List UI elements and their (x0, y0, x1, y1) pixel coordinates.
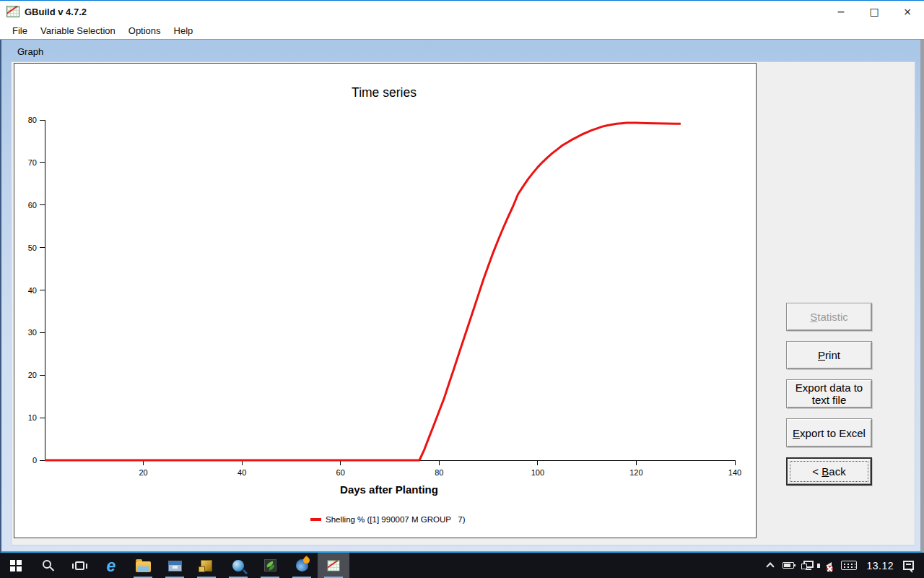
y-tick-label: 40 (28, 286, 37, 295)
menu-help[interactable]: Help (167, 23, 200, 39)
y-tick-label: 0 (32, 456, 37, 465)
keyboard-icon (841, 561, 857, 570)
export-text-button-label: Export data to text file (787, 381, 871, 406)
start-button[interactable] (0, 553, 32, 578)
back-button[interactable]: < Back (786, 457, 872, 486)
title-bar: GBuild v 4.7.2 −□× (0, 1, 924, 22)
x-tick-label: 140 (728, 468, 741, 477)
menu-bar: FileVariable SelectionOptionsHelp (0, 22, 924, 40)
chart-panel: Time series01020304050607080204060801001… (14, 63, 757, 538)
menu-file[interactable]: File (6, 23, 34, 39)
y-tick-label: 50 (28, 243, 37, 252)
x-tick-label: 40 (237, 468, 246, 477)
speaker-muted-icon (826, 562, 832, 569)
taskbar-app-goldbox[interactable] (191, 553, 222, 578)
taskbar-file-explorer[interactable] (127, 553, 159, 578)
x-tick-label: 20 (139, 468, 147, 477)
y-tick-label: 10 (28, 413, 37, 422)
close-button[interactable]: × (891, 1, 924, 22)
action-buttons: StatisticPrintExport data to text fileEx… (786, 303, 872, 496)
y-tick-label: 30 (28, 328, 37, 337)
tab-page: Time series01020304050607080204060801001… (11, 61, 915, 545)
maximize-button[interactable]: □ (858, 1, 891, 22)
tray-battery[interactable] (783, 562, 794, 569)
taskbar-app-briefcase[interactable] (159, 553, 191, 578)
network-icon (803, 561, 814, 568)
window-controls: −□× (824, 1, 924, 22)
print-button-label: Print (818, 349, 840, 361)
export-excel-button-label: Export to Excel (793, 427, 866, 439)
y-tick-label: 60 (28, 201, 37, 210)
taskbar: e13.12 (0, 553, 924, 578)
statistic-button-label: Statistic (810, 311, 848, 323)
globe-flame-icon (296, 559, 308, 571)
legend-label: Shelling % ([1] 990007 M GROUP 7) (326, 515, 466, 524)
x-tick-label: 120 (629, 468, 642, 477)
statistic-button[interactable]: Statistic (786, 303, 872, 331)
window-title: GBuild v 4.7.2 (25, 7, 87, 17)
x-axis-title: Days after Planting (340, 483, 438, 496)
taskbar-app-search-globe[interactable] (222, 553, 254, 578)
x-tick-label: 100 (531, 468, 544, 477)
export-text-button[interactable]: Export data to text file (786, 379, 872, 408)
tray-volume-muted[interactable] (823, 562, 832, 569)
chevron-up-icon (767, 562, 775, 570)
tray-expand[interactable] (767, 561, 773, 569)
y-tick-label: 20 (28, 371, 37, 379)
gbuild-window: GBuild v 4.7.2 −□× FileVariable Selectio… (0, 0, 924, 553)
tab-graph[interactable]: Graph (17, 46, 43, 57)
export-excel-button[interactable]: Export to Excel (786, 418, 872, 447)
gbuild-chart-icon (327, 560, 340, 571)
x-tick-label: 80 (435, 468, 443, 477)
tray-keyboard[interactable] (841, 561, 857, 570)
system-tray: 13.12 (767, 553, 924, 578)
minimize-button[interactable]: − (824, 1, 858, 22)
form-background: Graph Time series01020304050607080204060… (0, 40, 924, 553)
time-series-chart: Time series01020304050607080204060801001… (14, 64, 756, 538)
taskbar-app-leaf[interactable] (254, 553, 286, 578)
search-icon (43, 560, 51, 569)
magnifier-globe-icon (232, 560, 244, 571)
goldbox-icon (201, 560, 212, 571)
taskbar-internet-explorer[interactable]: e (95, 553, 127, 578)
taskbar-clock[interactable]: 13.12 (866, 560, 894, 571)
back-button-label: < Back (812, 465, 845, 478)
briefcase-icon (168, 561, 182, 571)
menu-variable-selection[interactable]: Variable Selection (34, 23, 122, 39)
y-tick-label: 70 (28, 158, 37, 167)
search-button[interactable] (32, 553, 64, 578)
chart-title: Time series (352, 85, 417, 100)
tray-network[interactable] (803, 561, 814, 570)
series-line (45, 123, 681, 460)
taskbar-app-globe-flame[interactable] (286, 553, 318, 578)
task-view-button[interactable] (64, 553, 95, 578)
folder-icon (136, 561, 151, 572)
windows-logo-icon (10, 560, 22, 571)
action-center-button[interactable] (903, 561, 914, 570)
menu-options[interactable]: Options (122, 23, 167, 39)
action-center-icon (903, 561, 914, 570)
gbuild-app-icon (6, 6, 19, 17)
taskbar-gbuild[interactable] (318, 553, 349, 578)
leaf-icon (264, 559, 276, 571)
battery-icon (783, 562, 794, 569)
print-button[interactable]: Print (786, 341, 872, 369)
ie-icon: e (107, 558, 116, 573)
y-tick-label: 80 (28, 116, 37, 124)
x-tick-label: 60 (336, 468, 345, 477)
task-view-icon (75, 561, 84, 570)
